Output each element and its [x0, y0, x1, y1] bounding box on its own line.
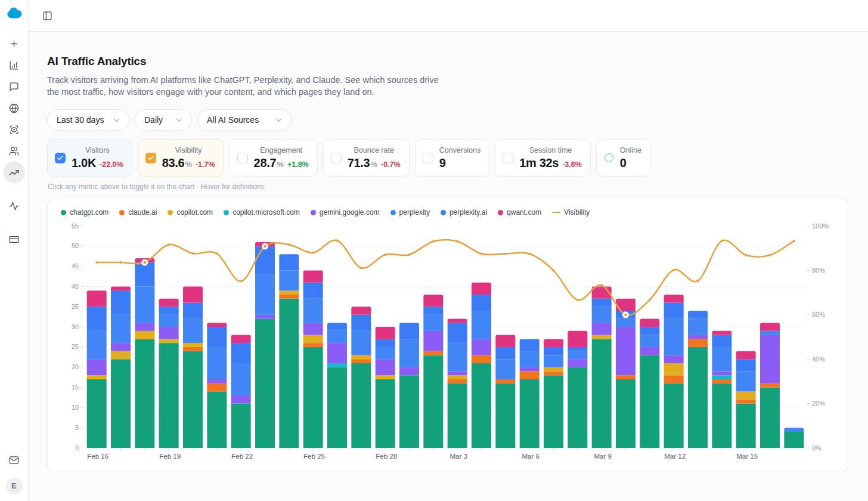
metric-label: Visibility [162, 146, 215, 154]
legend-dot [390, 210, 396, 215]
svg-text:Feb 22: Feb 22 [231, 453, 253, 460]
globe-icon [9, 103, 19, 113]
checkbox-unchecked-icon[interactable] [331, 153, 342, 163]
sidebar: E [0, 0, 29, 501]
metric-label: Conversions [439, 146, 480, 154]
sidebar-item-activity[interactable] [4, 195, 25, 217]
plus-icon [9, 39, 19, 49]
metric-label: Engagement [254, 146, 309, 154]
legend-label: gemini.google.com [320, 208, 380, 217]
metric-value-row: 0 [620, 156, 641, 170]
svg-text:100%: 100% [812, 222, 829, 230]
metric-value-row: 1.0K-22.0% [72, 156, 123, 170]
chart-column-icon [9, 60, 19, 70]
metric-body: Bounce rate71.3%-0.7% [348, 146, 401, 170]
svg-text:35: 35 [72, 303, 79, 310]
panel-left-icon [42, 11, 52, 21]
metric-body: Visitors1.0K-22.0% [72, 146, 123, 170]
checkbox-checked-icon[interactable] [145, 153, 156, 163]
metric-card-visitors[interactable]: Visitors1.0K-22.0% [47, 139, 132, 177]
legend-item-perplexity-ai: perplexity.ai [441, 208, 487, 217]
legend-dot [441, 210, 446, 215]
metric-value-suffix: % [185, 160, 192, 169]
metric-card-engagement[interactable]: Engagement28.7%+1.8% [230, 139, 318, 177]
cloud-logo-icon [6, 7, 22, 18]
svg-text:45: 45 [72, 262, 79, 270]
page-content: AI Traffic Analytics Track visitors arri… [29, 32, 868, 472]
svg-text:Feb 19: Feb 19 [159, 453, 181, 460]
filter-granularity-dropdown[interactable]: Daily [135, 109, 192, 131]
metric-body: Online0 [620, 146, 641, 170]
sidebar-item-credit-card[interactable] [4, 228, 25, 250]
checkbox-unchecked-icon[interactable] [503, 153, 513, 163]
metric-value: 1m 32s [519, 156, 559, 170]
svg-text:0: 0 [75, 444, 79, 451]
checkbox-unchecked-icon[interactable] [423, 153, 433, 163]
svg-text:20%: 20% [812, 400, 825, 407]
filter-granularity-value: Daily [144, 115, 163, 125]
metric-value: 83.6 [162, 156, 185, 170]
sidebar-item-plus[interactable] [4, 33, 25, 54]
svg-text:55: 55 [72, 222, 79, 230]
metric-card-visibility[interactable]: Visibility83.6%-1.7% [138, 139, 224, 177]
legend-item-copilot-com: copilot.com [168, 208, 213, 217]
filter-date-range-value: Last 30 days [57, 115, 104, 125]
svg-text:Mar 3: Mar 3 [450, 453, 467, 460]
sidebar-toggle-button[interactable] [39, 7, 55, 24]
online-status-icon [604, 153, 613, 162]
filter-source-dropdown[interactable]: All AI Sources [197, 109, 292, 131]
sidebar-item-trending-up[interactable] [4, 162, 25, 183]
sidebar-item-message-square[interactable] [4, 76, 25, 97]
legend-line-swatch [552, 212, 560, 214]
legend-label: claude.ai [128, 208, 157, 217]
svg-text:40%: 40% [812, 355, 825, 363]
metric-value: 28.7 [254, 156, 277, 170]
legend-item-chatgpt-com: chatgpt.com [61, 208, 108, 217]
metric-card-online[interactable]: Online0 [596, 139, 650, 177]
chart-legend: chatgpt.comclaude.aicopilot.comcopilot.m… [48, 208, 848, 219]
chevron-down-icon [175, 116, 184, 125]
metric-value-row: 83.6%-1.7% [162, 156, 215, 170]
metric-value-suffix: % [370, 160, 377, 169]
metric-card-bounce-rate[interactable]: Bounce rate71.3%-0.7% [323, 139, 410, 177]
metric-body: Engagement28.7%+1.8% [254, 146, 309, 170]
legend-dot [119, 210, 125, 215]
filter-date-range-dropdown[interactable]: Last 30 days [47, 109, 129, 131]
legend-item-perplexity: perplexity [390, 208, 430, 217]
legend-dot [61, 210, 66, 215]
metric-value-suffix: % [277, 160, 284, 169]
page-description: Track visitors arriving from AI platform… [47, 74, 452, 98]
legend-label: perplexity [399, 208, 430, 217]
app-window: E AI Traffic Analytics Track visitors ar… [0, 0, 868, 501]
metric-delta: -22.0% [100, 160, 123, 169]
sidebar-item-users[interactable] [4, 140, 25, 162]
svg-text:10: 10 [72, 404, 79, 411]
metric-value: 9 [439, 156, 446, 170]
metric-value: 0 [620, 156, 627, 170]
chevron-down-icon [274, 116, 283, 125]
metric-card-conversions[interactable]: Conversions9 [415, 139, 489, 177]
legend-item-visibility-line: Visibility [552, 208, 590, 217]
metric-body: Visibility83.6%-1.7% [162, 146, 215, 170]
filter-bar: Last 30 daysDailyAll AI Sources [47, 109, 848, 131]
sidebar-item-chart-column[interactable] [4, 54, 25, 76]
svg-text:0%: 0% [812, 444, 822, 451]
svg-text:20: 20 [72, 363, 79, 370]
metric-cards-row: Visitors1.0K-22.0%Visibility83.6%-1.7%En… [47, 139, 848, 177]
checkbox-unchecked-icon[interactable] [237, 153, 248, 163]
trending-up-icon [9, 168, 19, 178]
sidebar-item-scan-eye[interactable] [4, 119, 25, 140]
legend-label: Visibility [564, 208, 590, 217]
metric-delta: +1.8% [287, 160, 309, 169]
legend-dot [311, 210, 316, 215]
legend-item-qwant-com: qwant.com [498, 208, 541, 217]
metric-delta: -1.7% [196, 160, 215, 169]
checkbox-checked-icon[interactable] [55, 153, 66, 163]
user-avatar[interactable]: E [6, 478, 23, 494]
svg-text:Mar 9: Mar 9 [594, 453, 611, 460]
svg-text:25: 25 [72, 343, 79, 350]
metric-card-session-time[interactable]: Session time1m 32s-3.6% [495, 139, 591, 177]
sidebar-item-globe[interactable] [4, 97, 25, 119]
mail-icon[interactable] [4, 449, 25, 471]
svg-text:50: 50 [72, 242, 79, 249]
